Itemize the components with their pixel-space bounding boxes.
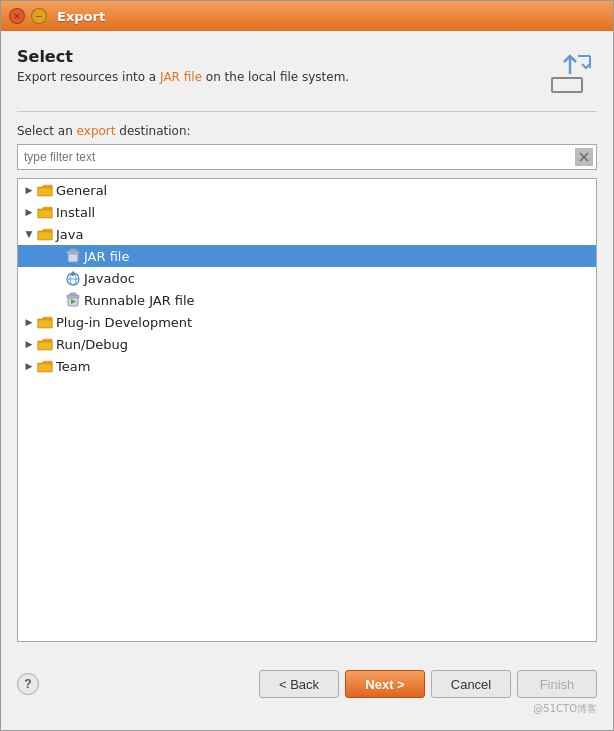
folder-icon-general (36, 183, 54, 197)
main-content: Select Export resources into a JAR file … (1, 31, 613, 662)
tree-item-plugin-dev[interactable]: Plug-in Development (18, 311, 596, 333)
header-text: Select Export resources into a JAR file … (17, 47, 349, 84)
toggle-plugin-dev (22, 315, 36, 329)
help-button[interactable]: ? (17, 673, 39, 695)
tree-item-general[interactable]: General (18, 179, 596, 201)
close-button[interactable]: × (9, 8, 25, 24)
toggle-install (22, 205, 36, 219)
toggle-javadoc (50, 271, 64, 285)
back-button[interactable]: < Back (259, 670, 339, 698)
tree-container[interactable]: General Install (17, 178, 597, 642)
tree-item-label-team: Team (56, 359, 90, 374)
finish-button[interactable]: Finish (517, 670, 597, 698)
folder-icon-install (36, 205, 54, 219)
window-title: Export (57, 9, 105, 24)
svg-rect-0 (552, 78, 582, 92)
tree-item-runnable-jar[interactable]: Runnable JAR file (18, 289, 596, 311)
javadoc-icon (64, 270, 82, 286)
footer-buttons: < Back Next > Cancel Finish (259, 670, 597, 698)
tree-item-team[interactable]: Team (18, 355, 596, 377)
toggle-runnable-jar (50, 293, 64, 307)
folder-icon-team (36, 359, 54, 373)
folder-icon-plugin-dev (36, 315, 54, 329)
toggle-java (22, 227, 36, 241)
folder-icon-run-debug (36, 337, 54, 351)
page-description: Export resources into a JAR file on the … (17, 70, 349, 84)
tree-item-javadoc[interactable]: Javadoc (18, 267, 596, 289)
header-section: Select Export resources into a JAR file … (17, 47, 597, 99)
toggle-general (22, 183, 36, 197)
toggle-jar-file (50, 249, 64, 263)
watermark: @51CTO博客 (0, 702, 605, 722)
minimize-button[interactable]: − (31, 8, 47, 24)
next-button[interactable]: Next > (345, 670, 425, 698)
tree-item-label-run-debug: Run/Debug (56, 337, 128, 352)
tree-item-label-general: General (56, 183, 107, 198)
svg-rect-16 (67, 295, 79, 298)
folder-icon-java (36, 227, 54, 241)
svg-rect-17 (70, 293, 76, 295)
cancel-button[interactable]: Cancel (431, 670, 511, 698)
filter-label: Select an export destination: (17, 124, 597, 138)
svg-rect-8 (67, 251, 79, 254)
tree-item-label-install: Install (56, 205, 95, 220)
tree-item-run-debug[interactable]: Run/Debug (18, 333, 596, 355)
toggle-run-debug (22, 337, 36, 351)
filter-input[interactable] (17, 144, 597, 170)
filter-clear-button[interactable] (575, 148, 593, 166)
header-divider (17, 111, 597, 112)
footer-left: ? (17, 673, 39, 695)
filter-input-wrapper (17, 144, 597, 170)
runnable-jar-icon (64, 292, 82, 308)
page-title: Select (17, 47, 349, 66)
svg-rect-9 (70, 249, 76, 251)
tree-item-label-jar-file: JAR file (84, 249, 129, 264)
tree-item-jar-file[interactable]: JAR file (18, 245, 596, 267)
titlebar: × − Export (1, 1, 613, 31)
tree-item-java[interactable]: Java (18, 223, 596, 245)
tree-item-label-runnable-jar: Runnable JAR file (84, 293, 195, 308)
toggle-team (22, 359, 36, 373)
export-dialog: × − Export Select Export resources into … (0, 0, 614, 731)
tree-item-label-plugin-dev: Plug-in Development (56, 315, 192, 330)
tree-item-install[interactable]: Install (18, 201, 596, 223)
tree-item-label-java: Java (56, 227, 83, 242)
export-icon (545, 47, 597, 99)
jar-icon (64, 248, 82, 264)
tree-item-label-javadoc: Javadoc (84, 271, 135, 286)
